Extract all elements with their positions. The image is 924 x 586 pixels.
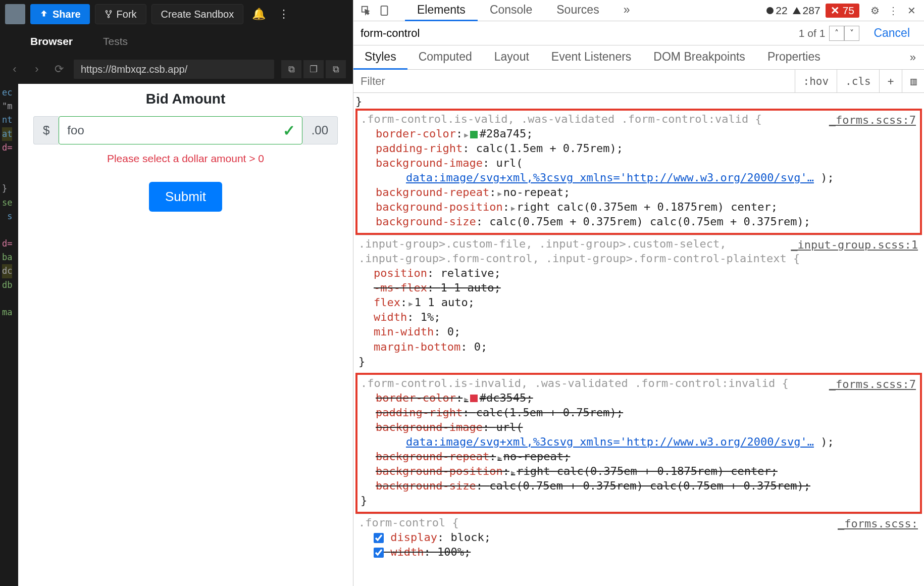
preview-content: Bid Amount $ ✓ .00 Please select a dolla… <box>18 84 353 586</box>
elements-search: 1 of 1 ˄ ˅ Cancel <box>353 21 924 45</box>
gear-icon[interactable]: ⚙ <box>867 3 883 18</box>
next-match-icon[interactable]: ˅ <box>844 26 859 41</box>
tab-browser[interactable]: Browser <box>30 35 73 47</box>
error-message: Please select a dollar amount > 0 <box>33 153 338 165</box>
subtab-event-listeners[interactable]: Event Listeners <box>540 45 643 70</box>
devtools-panel: Elements Console Sources » 22 287 ✕75 ⚙ … <box>353 0 924 586</box>
device-icon[interactable] <box>377 3 392 18</box>
kebab-icon[interactable]: ⋮ <box>886 3 901 18</box>
prev-match-icon[interactable]: ˄ <box>829 26 844 41</box>
avatar[interactable] <box>5 4 25 24</box>
subtab-computed[interactable]: Computed <box>407 45 483 70</box>
decl-checkbox[interactable] <box>374 548 384 558</box>
rule-source-link[interactable]: _input-group.scss:1 <box>791 237 918 252</box>
cls-toggle[interactable]: .cls <box>837 70 871 93</box>
tab-more-icon[interactable]: » <box>611 0 642 21</box>
rule-source-link[interactable]: _forms.scss:7 <box>829 113 916 127</box>
log-count[interactable]: 22 <box>766 5 787 17</box>
subtab-styles[interactable]: Styles <box>353 45 407 70</box>
inspect-icon[interactable] <box>358 3 374 18</box>
subtab-properties[interactable]: Properties <box>756 45 832 70</box>
tab-console[interactable]: Console <box>478 0 544 21</box>
url-input[interactable] <box>74 60 274 79</box>
codesandbox-panel: Share Fork Create Sandbox 🔔 ⋮ Browser Te… <box>0 0 353 586</box>
copy-icon[interactable]: ❐ <box>303 60 324 78</box>
styles-body[interactable]: } _forms.scss:7 .form-control.is-valid, … <box>353 93 924 586</box>
share-button[interactable]: Share <box>30 4 90 24</box>
check-icon: ✓ <box>283 122 295 139</box>
share-label: Share <box>53 9 81 20</box>
browser-bar: ‹ › ⟳ ⧉ ❐ ⧉ <box>0 55 353 84</box>
tab-sources[interactable]: Sources <box>544 0 611 21</box>
computed-sidebar-icon[interactable]: ▥ <box>902 70 917 93</box>
rule-source-link[interactable]: _forms.scss: <box>838 516 918 531</box>
svg-rect-4 <box>381 6 388 15</box>
css-rule-is-valid[interactable]: _forms.scss:7 .form-control.is-valid, .w… <box>355 109 922 235</box>
devtools-header: Elements Console Sources » 22 287 ✕75 ⚙ … <box>353 0 924 21</box>
tab-tests[interactable]: Tests <box>103 35 128 47</box>
subtab-dom-breakpoints[interactable]: DOM Breakpoints <box>642 45 756 70</box>
currency-suffix: .00 <box>302 116 338 144</box>
hov-toggle[interactable]: :hov <box>795 70 829 93</box>
svg-point-1 <box>110 11 111 12</box>
top-toolbar: Share Fork Create Sandbox 🔔 ⋮ <box>0 0 353 28</box>
share-icon <box>39 10 48 19</box>
layout-grid-icon[interactable]: ⧉ <box>281 60 301 78</box>
code-gutter: ec "m nt at d= } se s d= ba dc db ma <box>0 84 18 586</box>
fork-label: Fork <box>117 9 137 20</box>
subtab-layout[interactable]: Layout <box>483 45 540 70</box>
svg-point-0 <box>106 11 107 12</box>
tab-elements[interactable]: Elements <box>405 0 478 21</box>
currency-prefix: $ <box>33 116 59 144</box>
search-input[interactable] <box>353 21 799 45</box>
reload-icon[interactable]: ⟳ <box>52 62 67 77</box>
nav-forward-icon[interactable]: › <box>29 62 44 77</box>
subtab-more-icon[interactable]: » <box>910 51 924 64</box>
fork-button[interactable]: Fork <box>95 4 146 24</box>
bid-input-group: $ ✓ .00 <box>33 116 338 144</box>
create-sandbox-button[interactable]: Create Sandbox <box>151 4 244 24</box>
decl-checkbox[interactable] <box>374 533 384 543</box>
close-icon[interactable]: ✕ <box>904 3 919 18</box>
fork-icon <box>105 10 113 18</box>
search-result-count: 1 of 1 <box>799 27 830 39</box>
submit-button[interactable]: Submit <box>149 182 222 212</box>
more-icon[interactable]: ⋮ <box>274 4 294 24</box>
page-title: Bid Amount <box>33 91 338 107</box>
rule-source-link[interactable]: _forms.scss:7 <box>829 377 916 392</box>
styles-filter-bar: :hov .cls + ▥ <box>353 70 924 93</box>
css-rule-is-invalid[interactable]: _forms.scss:7 .form-control.is-invalid, … <box>355 373 922 514</box>
filter-input[interactable] <box>361 75 795 88</box>
css-rule-form-control[interactable]: _forms.scss: .form-control { display: bl… <box>355 514 922 563</box>
preview-tabs: Browser Tests <box>0 28 353 55</box>
new-rule-icon[interactable]: + <box>879 70 894 93</box>
error-count[interactable]: ✕75 <box>826 4 859 18</box>
popout-icon[interactable]: ⧉ <box>326 60 346 78</box>
preview-area: ec "m nt at d= } se s d= ba dc db ma Bid… <box>0 84 353 586</box>
data-url-link[interactable]: data:image/svg+xml,%3csvg xmlns='http://… <box>406 171 814 184</box>
warn-count[interactable]: 287 <box>793 5 820 17</box>
cancel-search-button[interactable]: Cancel <box>859 26 924 40</box>
css-rule-input-group[interactable]: _input-group.scss:1 .input-group>.custom… <box>355 235 922 372</box>
data-url-link[interactable]: data:image/svg+xml,%3csvg xmlns='http://… <box>406 435 814 448</box>
styles-subtabs: Styles Computed Layout Event Listeners D… <box>353 45 924 70</box>
nav-back-icon[interactable]: ‹ <box>7 62 22 77</box>
bid-input[interactable] <box>59 116 302 144</box>
bell-icon[interactable]: 🔔 <box>248 4 269 24</box>
svg-point-2 <box>108 16 109 18</box>
